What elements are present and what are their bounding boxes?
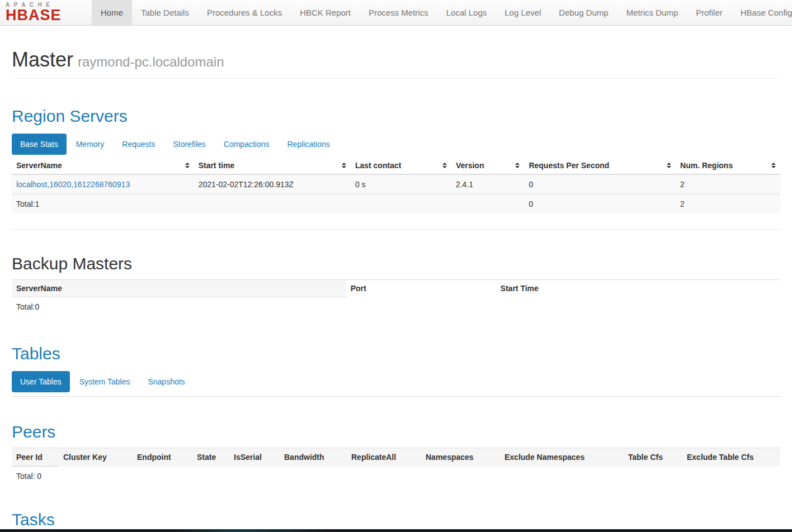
peers-header-row: Peer Id Cluster Key Endpoint State IsSer… [12, 448, 780, 466]
cell-version: 2.4.1 [451, 174, 525, 194]
sort-icon[interactable] [515, 163, 520, 168]
sort-icon[interactable] [667, 163, 671, 168]
tab-system-tables[interactable]: System Tables [71, 371, 139, 392]
sort-icon[interactable] [185, 163, 190, 168]
tab-replications[interactable]: Replications [279, 134, 338, 155]
nav-item-hbck-report[interactable]: HBCK Report [291, 0, 360, 25]
nav-item-home[interactable]: Home [92, 0, 132, 25]
total-requests-per-second: 0 [524, 194, 676, 214]
col-bandwidth: Bandwidth [280, 448, 347, 466]
backup-masters-total: Total:0 [12, 297, 780, 316]
sort-icon[interactable] [442, 163, 447, 168]
nav-item-debug-dump[interactable]: Debug Dump [550, 0, 617, 25]
tab-user-tables[interactable]: User Tables [12, 371, 70, 392]
sort-icon[interactable] [342, 163, 346, 168]
region-server-link[interactable]: localhost,16020,1612268760913 [16, 180, 130, 189]
region-servers-table: ServerName Start time Last contact Versi… [12, 157, 780, 213]
col-namespaces: Namespaces [421, 448, 500, 466]
cell-requests-per-second: 0 [524, 174, 676, 194]
tab-storefiles[interactable]: Storefiles [164, 134, 214, 155]
region-server-row: localhost,16020,1612268760913 2021-02-02… [12, 174, 780, 194]
col-isserial: IsSerial [229, 448, 280, 466]
col-version[interactable]: Version [451, 157, 525, 174]
logo-hbase-text: HBASE [6, 8, 78, 22]
nav-item-process-metrics[interactable]: Process Metrics [360, 0, 437, 25]
section-divider [12, 229, 780, 230]
nav-item-procedures-locks[interactable]: Procedures & Locks [198, 0, 291, 25]
col-last-contact[interactable]: Last contact [351, 157, 451, 174]
tables-tabs: User Tables System Tables Snapshots [12, 371, 780, 392]
cell-last-contact: 0 s [351, 174, 451, 194]
peers-total: Total: 0 [12, 467, 780, 486]
nav-item-table-details[interactable]: Table Details [132, 0, 198, 25]
tab-compactions[interactable]: Compactions [215, 134, 278, 155]
region-servers-tabs: Base Stats Memory Requests Storefiles Co… [12, 134, 780, 155]
screen-bottom-edge [0, 529, 792, 532]
top-navbar: APACHE HBASE Home Table Details Procedur… [0, 0, 792, 26]
region-servers-total-row: Total:1 0 2 [12, 194, 780, 214]
col-exclude-namespaces: Exclude Namespaces [500, 448, 624, 466]
col-start-time[interactable]: Start time [194, 157, 351, 174]
master-hostname: raymond-pc.localdomain [78, 54, 224, 69]
cell-num-regions: 2 [676, 174, 780, 194]
col-table-cfs: Table Cfs [624, 448, 682, 466]
peers-table: Peer Id Cluster Key Endpoint State IsSer… [12, 448, 780, 467]
tables-tab-underline [12, 396, 780, 397]
nav-item-local-logs[interactable]: Local Logs [437, 0, 496, 25]
sort-icon[interactable] [771, 163, 776, 168]
backup-masters-heading: Backup Masters [12, 254, 780, 274]
col-backup-start-time: Start Time [496, 279, 780, 297]
nav-item-hbase-configuration[interactable]: HBase Configuration [732, 0, 792, 25]
peers-heading: Peers [12, 422, 780, 442]
master-title: Master [12, 48, 73, 71]
navbar-menu: Home Table Details Procedures & Locks HB… [92, 0, 792, 25]
tab-requests[interactable]: Requests [114, 134, 163, 155]
region-servers-heading: Region Servers [12, 107, 780, 126]
tab-snapshots[interactable]: Snapshots [139, 371, 193, 392]
backup-masters-table: ServerName Port Start Time [12, 279, 780, 297]
col-peer-id: Peer Id [12, 448, 59, 466]
col-num-regions[interactable]: Num. Regions [676, 157, 780, 174]
master-header: Masterraymond-pc.localdomain [12, 49, 780, 79]
nav-item-log-level[interactable]: Log Level [496, 0, 550, 25]
cell-start-time: 2021-02-02T12:26:00.913Z [194, 174, 351, 194]
col-requests-per-second[interactable]: Requests Per Second [524, 157, 676, 174]
col-cluster-key: Cluster Key [59, 448, 133, 466]
tab-memory[interactable]: Memory [68, 134, 113, 155]
col-replicateall: ReplicateAll [347, 448, 421, 466]
page-title: Masterraymond-pc.localdomain [12, 49, 780, 70]
col-state: State [192, 448, 229, 466]
total-num-regions: 2 [676, 194, 780, 214]
col-servername[interactable]: ServerName [12, 157, 194, 174]
col-backup-port: Port [346, 279, 496, 297]
region-servers-header-row: ServerName Start time Last contact Versi… [12, 157, 780, 174]
tables-heading: Tables [12, 344, 780, 364]
col-backup-servername: ServerName [12, 279, 346, 297]
col-endpoint: Endpoint [133, 448, 192, 466]
total-label: Total:1 [12, 194, 194, 214]
backup-masters-header-row: ServerName Port Start Time [12, 279, 780, 297]
nav-item-metrics-dump[interactable]: Metrics Dump [617, 0, 687, 25]
nav-item-profiler[interactable]: Profiler [687, 0, 732, 25]
tasks-heading: Tasks [12, 510, 780, 530]
page-content: Masterraymond-pc.localdomain Region Serv… [0, 49, 792, 529]
hbase-logo[interactable]: APACHE HBASE [0, 0, 84, 25]
tab-base-stats[interactable]: Base Stats [12, 134, 67, 155]
col-exclude-table-cfs: Exclude Table Cfs [682, 448, 780, 466]
